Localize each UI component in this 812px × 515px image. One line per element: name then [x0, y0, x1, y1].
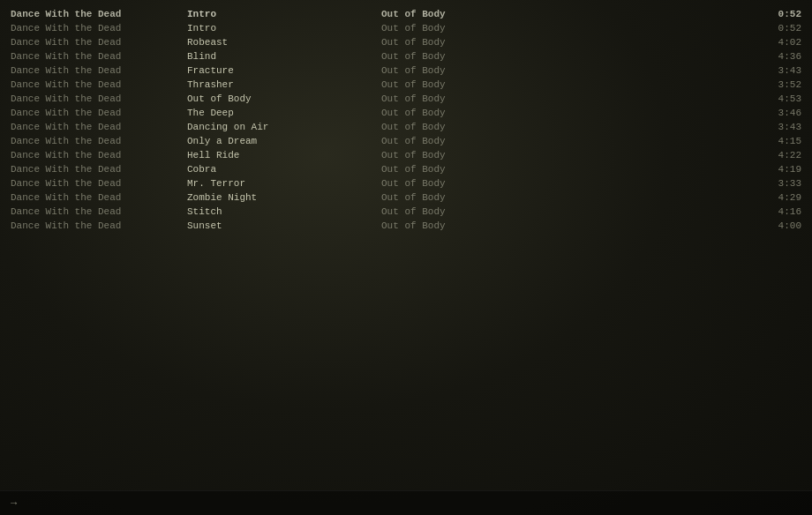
- track-row[interactable]: Dance With the DeadBlindOut of Body4:36: [0, 49, 812, 63]
- track-artist: Dance With the Dead: [11, 92, 187, 106]
- track-row[interactable]: Dance With the DeadOut of BodyOut of Bod…: [0, 92, 812, 106]
- track-row[interactable]: Dance With the DeadCobraOut of Body4:19: [0, 162, 812, 176]
- track-title: Stitch: [187, 205, 381, 219]
- header-album: Out of Body: [381, 7, 748, 21]
- track-title: Robeast: [187, 35, 381, 49]
- track-title: Sunset: [187, 219, 381, 233]
- track-title: Hell Ride: [187, 148, 381, 162]
- track-duration: 3:43: [748, 120, 801, 134]
- track-duration: 3:46: [748, 106, 801, 120]
- track-row[interactable]: Dance With the DeadFractureOut of Body3:…: [0, 63, 812, 78]
- header-title: Intro: [187, 7, 381, 21]
- track-row[interactable]: Dance With the DeadHell RideOut of Body4…: [0, 148, 812, 162]
- track-row[interactable]: Dance With the DeadOnly a DreamOut of Bo…: [0, 134, 812, 148]
- track-title: Cobra: [187, 162, 381, 176]
- track-row[interactable]: Dance With the DeadStitchOut of Body4:16: [0, 205, 812, 219]
- track-row[interactable]: Dance With the DeadSunsetOut of Body4:00: [0, 219, 812, 233]
- track-list-header: Dance With the Dead Intro Out of Body 0:…: [0, 7, 812, 21]
- track-album: Out of Body: [381, 21, 748, 35]
- track-list: Dance With the Dead Intro Out of Body 0:…: [0, 0, 812, 233]
- track-artist: Dance With the Dead: [11, 35, 187, 49]
- track-album: Out of Body: [381, 63, 748, 78]
- track-title: Mr. Terror: [187, 176, 381, 190]
- track-artist: Dance With the Dead: [11, 205, 187, 219]
- track-album: Out of Body: [381, 106, 748, 120]
- track-artist: Dance With the Dead: [11, 49, 187, 63]
- track-artist: Dance With the Dead: [11, 106, 187, 120]
- track-album: Out of Body: [381, 162, 748, 176]
- track-album: Out of Body: [381, 219, 748, 233]
- track-row[interactable]: Dance With the DeadDancing on AirOut of …: [0, 120, 812, 134]
- track-artist: Dance With the Dead: [11, 219, 187, 233]
- track-duration: 3:52: [748, 78, 801, 92]
- arrow-icon: →: [11, 497, 17, 510]
- track-duration: 3:43: [748, 63, 801, 78]
- track-title: The Deep: [187, 106, 381, 120]
- track-duration: 4:16: [748, 205, 801, 219]
- track-row[interactable]: Dance With the DeadThe DeepOut of Body3:…: [0, 106, 812, 120]
- track-album: Out of Body: [381, 190, 748, 205]
- track-artist: Dance With the Dead: [11, 190, 187, 205]
- track-album: Out of Body: [381, 78, 748, 92]
- header-artist: Dance With the Dead: [11, 7, 187, 21]
- track-duration: 0:52: [748, 21, 801, 35]
- track-title: Only a Dream: [187, 134, 381, 148]
- track-title: Thrasher: [187, 78, 381, 92]
- track-artist: Dance With the Dead: [11, 148, 187, 162]
- header-duration: 0:52: [748, 7, 801, 21]
- track-duration: 3:33: [748, 176, 801, 190]
- track-duration: 4:15: [748, 134, 801, 148]
- track-duration: 4:19: [748, 162, 801, 176]
- track-duration: 4:02: [748, 35, 801, 49]
- bottom-bar: →: [0, 490, 812, 515]
- track-row[interactable]: Dance With the DeadZombie NightOut of Bo…: [0, 190, 812, 205]
- track-album: Out of Body: [381, 49, 748, 63]
- track-album: Out of Body: [381, 134, 748, 148]
- track-duration: 4:53: [748, 92, 801, 106]
- track-album: Out of Body: [381, 120, 748, 134]
- track-artist: Dance With the Dead: [11, 78, 187, 92]
- track-row[interactable]: Dance With the DeadMr. TerrorOut of Body…: [0, 176, 812, 190]
- track-artist: Dance With the Dead: [11, 21, 187, 35]
- track-title: Blind: [187, 49, 381, 63]
- track-row[interactable]: Dance With the DeadRobeastOut of Body4:0…: [0, 35, 812, 49]
- track-album: Out of Body: [381, 205, 748, 219]
- track-duration: 4:00: [748, 219, 801, 233]
- track-row[interactable]: Dance With the DeadThrasherOut of Body3:…: [0, 78, 812, 92]
- track-title: Intro: [187, 21, 381, 35]
- track-artist: Dance With the Dead: [11, 120, 187, 134]
- track-album: Out of Body: [381, 148, 748, 162]
- track-artist: Dance With the Dead: [11, 134, 187, 148]
- track-title: Dancing on Air: [187, 120, 381, 134]
- track-album: Out of Body: [381, 35, 748, 49]
- track-artist: Dance With the Dead: [11, 162, 187, 176]
- track-duration: 4:29: [748, 190, 801, 205]
- track-artist: Dance With the Dead: [11, 176, 187, 190]
- track-duration: 4:36: [748, 49, 801, 63]
- track-title: Zombie Night: [187, 190, 381, 205]
- track-artist: Dance With the Dead: [11, 63, 187, 78]
- track-row[interactable]: Dance With the DeadIntroOut of Body0:52: [0, 21, 812, 35]
- track-album: Out of Body: [381, 92, 748, 106]
- track-title: Out of Body: [187, 92, 381, 106]
- track-title: Fracture: [187, 63, 381, 78]
- track-album: Out of Body: [381, 176, 748, 190]
- track-duration: 4:22: [748, 148, 801, 162]
